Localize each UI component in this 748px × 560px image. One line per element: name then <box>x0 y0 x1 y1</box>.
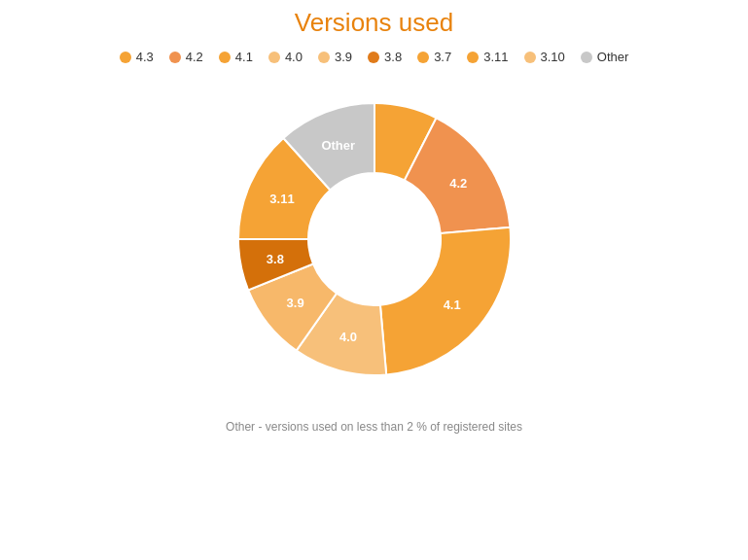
legend-dot <box>268 52 280 63</box>
legend-item: 3.11 <box>467 50 508 64</box>
legend-label: 3.7 <box>434 50 451 64</box>
legend-dot <box>417 52 429 63</box>
legend-dot <box>169 52 181 63</box>
slice-label-3.9: 3.9 <box>286 296 303 310</box>
legend-item: 4.3 <box>120 50 154 64</box>
legend-item: 4.0 <box>268 50 303 64</box>
legend-label: 4.1 <box>235 50 253 64</box>
chart-title: Versions used <box>295 8 453 38</box>
donut-hole <box>308 173 441 305</box>
legend-item: 4.1 <box>219 50 253 64</box>
legend-dot <box>120 52 131 63</box>
slice-label-Other: Other <box>321 138 355 153</box>
slice-label-3.8: 3.8 <box>266 252 283 266</box>
legend-item: 4.2 <box>169 50 203 64</box>
legend-label: 3.10 <box>541 50 565 64</box>
legend-item: 3.10 <box>524 50 565 64</box>
chart-footer: Other - versions used on less than 2 % o… <box>226 420 522 434</box>
legend-label: 3.9 <box>335 50 352 64</box>
chart-legend: 4.34.24.14.03.93.83.73.113.10Other <box>120 50 629 64</box>
slice-label-4.1: 4.1 <box>443 298 460 312</box>
legend-label: 4.3 <box>136 50 154 64</box>
slice-label-4.2: 4.2 <box>449 176 467 191</box>
legend-item: 3.9 <box>318 50 352 64</box>
legend-label: 3.11 <box>483 50 508 64</box>
legend-label: 3.8 <box>384 50 402 64</box>
legend-dot <box>524 52 536 63</box>
slice-label-4.0: 4.0 <box>339 330 357 344</box>
donut-chart: 4.34.24.14.03.93.83.11Other <box>209 74 540 404</box>
legend-dot <box>219 52 231 63</box>
legend-label: 4.2 <box>186 50 203 64</box>
legend-label: 4.0 <box>285 50 303 64</box>
legend-dot <box>318 52 330 63</box>
legend-dot <box>368 52 379 63</box>
legend-dot <box>467 52 479 63</box>
legend-dot <box>581 52 592 63</box>
legend-item: 3.7 <box>417 50 451 64</box>
legend-label: Other <box>597 50 629 64</box>
slice-label-3.11: 3.11 <box>269 192 294 206</box>
legend-item: 3.8 <box>368 50 402 64</box>
legend-item: Other <box>581 50 629 64</box>
